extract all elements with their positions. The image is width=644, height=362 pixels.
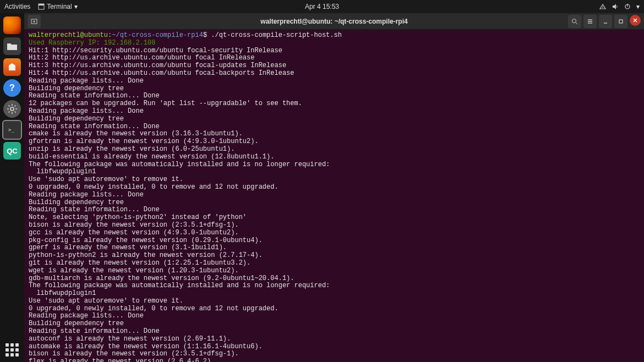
svg-rect-27 <box>619 20 623 23</box>
close-button[interactable] <box>630 15 641 26</box>
output-line: flex is already the newest version (2.6.… <box>29 358 640 362</box>
output-line: autoconf is already the newest version (… <box>29 336 640 343</box>
output-line: gdb-multiarch is already the newest vers… <box>29 275 640 283</box>
output-line: Use 'sudo apt autoremove' to remove it. <box>29 298 640 305</box>
svg-rect-1 <box>39 4 44 6</box>
chevron-down-icon[interactable]: ▾ <box>636 3 640 10</box>
dock-files[interactable] <box>3 37 21 55</box>
gnome-topbar: Activities Terminal ▾ Apr 4 15:53 ▾ <box>0 0 644 13</box>
output-line: unzip is already the newest version (6.0… <box>29 146 640 153</box>
minimize-button[interactable] <box>599 15 612 28</box>
output-line: Hit:1 http://security.ubuntu.com/ubuntu … <box>29 47 640 55</box>
terminal-app-menu[interactable]: Terminal ▾ <box>38 3 77 10</box>
terminal-menubar-icon <box>38 3 45 10</box>
svg-text:>_: >_ <box>8 127 14 133</box>
volume-icon[interactable] <box>612 3 619 10</box>
svg-line-15 <box>9 112 10 113</box>
svg-point-8 <box>10 107 14 111</box>
svg-line-14 <box>15 112 16 113</box>
output-line: python-is-python2 is already the newest … <box>29 252 640 260</box>
output-line: Reading state information... Done <box>29 328 640 336</box>
clock[interactable]: Apr 4 15:53 <box>305 3 339 10</box>
output-line: The following package was automatically … <box>29 282 640 290</box>
output-line: gperf is already the newest version (3.1… <box>29 244 640 252</box>
terminal-app-label: Terminal <box>47 3 72 10</box>
svg-rect-7 <box>9 65 15 70</box>
output-line: pkg-config is already the newest version… <box>29 237 640 245</box>
svg-line-16 <box>15 106 16 107</box>
dock-firefox[interactable] <box>3 17 21 34</box>
svg-line-13 <box>9 106 10 107</box>
dock-help[interactable]: ? <box>3 79 21 97</box>
dock-software[interactable] <box>3 58 21 76</box>
output-line: automake is already the newest version (… <box>29 343 640 351</box>
output-line: Reading package lists... Done <box>29 78 640 85</box>
prompt-line: walterprechtl@ubuntu:~/qt-cross-compile-… <box>29 32 640 40</box>
output-line: Reading state information... Done <box>29 206 640 214</box>
power-icon[interactable] <box>624 3 631 10</box>
output-line: gfortran is already the newest version (… <box>29 138 640 146</box>
network-icon[interactable] <box>599 3 607 10</box>
maximize-button[interactable] <box>614 15 627 28</box>
output-line: cmake is already the newest version (3.1… <box>29 130 640 138</box>
info-line: Used Raspberry IP: 192.168.2.108 <box>29 40 640 47</box>
hamburger-menu-button[interactable] <box>583 15 597 28</box>
output-line: Hit:2 http://us.archive.ubuntu.com/ubunt… <box>29 54 640 62</box>
output-line: Reading state information... Done <box>29 92 640 100</box>
activities-button[interactable]: Activities <box>4 3 30 10</box>
window-title: walterprechtl@ubuntu: ~/qt-cross-compile… <box>260 18 407 25</box>
output-line: wget is already the newest version (1.20… <box>29 267 640 275</box>
dock: ? >_ QC <box>0 13 24 362</box>
output-line: 0 upgraded, 0 newly installed, 0 to remo… <box>29 305 640 313</box>
output-line: Reading package lists... Done <box>29 108 640 116</box>
dock-terminal[interactable]: >_ <box>3 121 21 139</box>
window-titlebar: walterprechtl@ubuntu: ~/qt-cross-compile… <box>24 13 644 30</box>
output-line: Building dependency tree <box>29 320 640 328</box>
output-line: 0 upgraded, 0 newly installed, 0 to remo… <box>29 184 640 191</box>
terminal-output[interactable]: walterprechtl@ubuntu:~/qt-cross-compile-… <box>24 30 644 362</box>
output-line: Building dependency tree <box>29 85 640 93</box>
output-line: Note, selecting 'python-is-python2' inst… <box>29 214 640 222</box>
output-line: Building dependency tree <box>29 199 640 207</box>
output-line: Building dependency tree <box>29 116 640 123</box>
chevron-down-icon: ▾ <box>74 3 78 10</box>
output-line: Hit:4 http://us.archive.ubuntu.com/ubunt… <box>29 70 640 78</box>
output-line: Hit:3 http://us.archive.ubuntu.com/ubunt… <box>29 62 640 70</box>
output-line: Use 'sudo apt autoremove' to remove it. <box>29 176 640 184</box>
svg-marker-4 <box>613 4 616 9</box>
svg-point-21 <box>572 19 576 23</box>
output-line: build-essential is already the newest ve… <box>29 153 640 161</box>
output-line: git is already the newest version (1:2.2… <box>29 260 640 267</box>
svg-line-22 <box>576 23 577 24</box>
output-line: Reading state information... Done <box>29 123 640 131</box>
svg-point-3 <box>602 7 603 8</box>
search-button[interactable] <box>568 15 581 28</box>
output-line: bison is already the newest version (2:3… <box>29 222 640 229</box>
output-line: Reading package lists... Done <box>29 312 640 320</box>
terminal-window: walterprechtl@ubuntu: ~/qt-cross-compile… <box>24 13 644 362</box>
output-line: The following package was automatically … <box>29 161 640 169</box>
output-line: libfwupdplugin1 <box>29 290 640 298</box>
output-line: Reading package lists... Done <box>29 191 640 199</box>
new-tab-button[interactable] <box>28 15 41 28</box>
dock-show-apps[interactable] <box>6 343 19 356</box>
output-line: gcc is already the newest version (4:9.3… <box>29 229 640 237</box>
output-line: libfwupdplugin1 <box>29 168 640 176</box>
output-line: 12 packages can be upgraded. Run 'apt li… <box>29 100 640 108</box>
dock-settings[interactable] <box>3 100 21 118</box>
output-line: bison is already the newest version (2:3… <box>29 350 640 358</box>
dock-qtcreator[interactable]: QC <box>3 142 21 160</box>
